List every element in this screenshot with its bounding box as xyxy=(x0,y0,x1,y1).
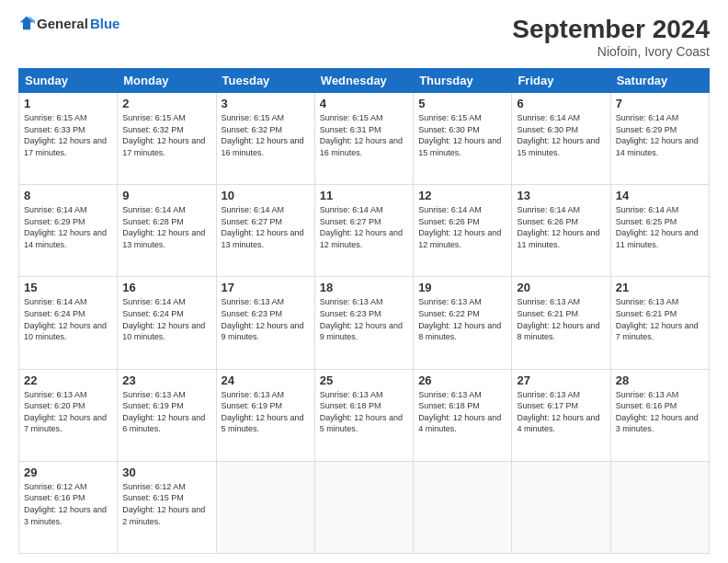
day-number: 2 xyxy=(122,97,210,110)
day-number: 30 xyxy=(122,465,210,479)
calendar-cell: 28 Sunrise: 6:13 AM Sunset: 6:16 PM Dayl… xyxy=(610,369,709,461)
calendar-week-2: 8 Sunrise: 6:14 AM Sunset: 6:29 PM Dayli… xyxy=(19,185,710,277)
day-info: Sunrise: 6:12 AM Sunset: 6:15 PM Dayligh… xyxy=(122,481,210,527)
day-number: 28 xyxy=(616,373,704,387)
col-monday: Monday xyxy=(118,69,216,93)
day-number: 15 xyxy=(24,281,112,294)
day-info: Sunrise: 6:15 AM Sunset: 6:33 PM Dayligh… xyxy=(24,112,112,158)
header-row: Sunday Monday Tuesday Wednesday Thursday… xyxy=(19,69,710,93)
day-number: 11 xyxy=(320,189,408,202)
calendar-cell: 19 Sunrise: 6:13 AM Sunset: 6:22 PM Dayl… xyxy=(414,277,512,369)
month-title: September 2024 xyxy=(512,15,710,44)
col-saturday: Saturday xyxy=(610,69,709,93)
day-info: Sunrise: 6:15 AM Sunset: 6:32 PM Dayligh… xyxy=(122,112,210,158)
location: Niofoin, Ivory Coast xyxy=(512,44,710,59)
calendar-cell: 22 Sunrise: 6:13 AM Sunset: 6:20 PM Dayl… xyxy=(19,369,118,461)
calendar-cell: 15 Sunrise: 6:14 AM Sunset: 6:24 PM Dayl… xyxy=(19,277,118,369)
calendar-cell: 18 Sunrise: 6:13 AM Sunset: 6:23 PM Dayl… xyxy=(314,277,413,369)
calendar-cell: 21 Sunrise: 6:13 AM Sunset: 6:21 PM Dayl… xyxy=(610,277,709,369)
calendar-cell xyxy=(216,461,314,553)
logo: GeneralBlue xyxy=(18,15,119,31)
calendar-cell: 10 Sunrise: 6:14 AM Sunset: 6:27 PM Dayl… xyxy=(216,185,314,277)
calendar-cell: 24 Sunrise: 6:13 AM Sunset: 6:19 PM Dayl… xyxy=(216,369,314,461)
day-info: Sunrise: 6:13 AM Sunset: 6:21 PM Dayligh… xyxy=(517,296,605,342)
day-number: 9 xyxy=(122,189,210,202)
day-info: Sunrise: 6:14 AM Sunset: 6:26 PM Dayligh… xyxy=(418,204,506,250)
calendar-cell: 25 Sunrise: 6:13 AM Sunset: 6:18 PM Dayl… xyxy=(314,369,413,461)
calendar-cell xyxy=(314,461,413,553)
page: GeneralBlue September 2024 Niofoin, Ivor… xyxy=(0,0,728,563)
calendar-cell: 14 Sunrise: 6:14 AM Sunset: 6:25 PM Dayl… xyxy=(610,185,709,277)
col-friday: Friday xyxy=(512,69,610,93)
day-info: Sunrise: 6:14 AM Sunset: 6:25 PM Dayligh… xyxy=(616,204,704,250)
logo-blue: Blue xyxy=(90,16,120,31)
day-number: 19 xyxy=(418,281,506,294)
calendar-cell: 23 Sunrise: 6:13 AM Sunset: 6:19 PM Dayl… xyxy=(118,369,216,461)
calendar-cell: 20 Sunrise: 6:13 AM Sunset: 6:21 PM Dayl… xyxy=(512,277,610,369)
col-sunday: Sunday xyxy=(19,69,118,93)
day-info: Sunrise: 6:13 AM Sunset: 6:22 PM Dayligh… xyxy=(418,296,506,342)
day-number: 12 xyxy=(418,189,506,202)
calendar-cell: 9 Sunrise: 6:14 AM Sunset: 6:28 PM Dayli… xyxy=(118,185,216,277)
day-number: 25 xyxy=(320,373,408,387)
calendar-cell: 16 Sunrise: 6:14 AM Sunset: 6:24 PM Dayl… xyxy=(118,277,216,369)
calendar-cell: 6 Sunrise: 6:14 AM Sunset: 6:30 PM Dayli… xyxy=(512,93,610,185)
day-number: 3 xyxy=(222,97,310,110)
col-thursday: Thursday xyxy=(414,69,512,93)
col-wednesday: Wednesday xyxy=(314,69,413,93)
day-number: 24 xyxy=(222,373,310,387)
day-info: Sunrise: 6:14 AM Sunset: 6:27 PM Dayligh… xyxy=(320,204,408,250)
calendar-cell: 30 Sunrise: 6:12 AM Sunset: 6:15 PM Dayl… xyxy=(118,461,216,553)
calendar-week-5: 29 Sunrise: 6:12 AM Sunset: 6:16 PM Dayl… xyxy=(19,461,710,553)
day-info: Sunrise: 6:15 AM Sunset: 6:30 PM Dayligh… xyxy=(418,112,506,158)
day-number: 4 xyxy=(320,97,408,110)
calendar-cell: 1 Sunrise: 6:15 AM Sunset: 6:33 PM Dayli… xyxy=(19,93,118,185)
calendar-cell: 11 Sunrise: 6:14 AM Sunset: 6:27 PM Dayl… xyxy=(314,185,413,277)
calendar-cell: 3 Sunrise: 6:15 AM Sunset: 6:32 PM Dayli… xyxy=(216,93,314,185)
calendar-cell: 2 Sunrise: 6:15 AM Sunset: 6:32 PM Dayli… xyxy=(118,93,216,185)
day-info: Sunrise: 6:15 AM Sunset: 6:32 PM Dayligh… xyxy=(222,112,310,158)
calendar-cell: 4 Sunrise: 6:15 AM Sunset: 6:31 PM Dayli… xyxy=(314,93,413,185)
day-info: Sunrise: 6:13 AM Sunset: 6:23 PM Dayligh… xyxy=(222,296,310,342)
day-info: Sunrise: 6:14 AM Sunset: 6:28 PM Dayligh… xyxy=(122,204,210,250)
day-info: Sunrise: 6:14 AM Sunset: 6:24 PM Dayligh… xyxy=(24,296,112,342)
day-info: Sunrise: 6:14 AM Sunset: 6:26 PM Dayligh… xyxy=(517,204,605,250)
day-number: 8 xyxy=(24,189,112,202)
day-info: Sunrise: 6:13 AM Sunset: 6:18 PM Dayligh… xyxy=(320,389,408,435)
day-info: Sunrise: 6:14 AM Sunset: 6:29 PM Dayligh… xyxy=(616,112,704,158)
day-number: 14 xyxy=(616,189,704,202)
day-info: Sunrise: 6:14 AM Sunset: 6:27 PM Dayligh… xyxy=(222,204,310,250)
day-number: 27 xyxy=(517,373,605,387)
day-info: Sunrise: 6:12 AM Sunset: 6:16 PM Dayligh… xyxy=(24,481,112,527)
day-info: Sunrise: 6:13 AM Sunset: 6:21 PM Dayligh… xyxy=(616,296,704,342)
calendar-cell: 8 Sunrise: 6:14 AM Sunset: 6:29 PM Dayli… xyxy=(19,185,118,277)
day-info: Sunrise: 6:13 AM Sunset: 6:18 PM Dayligh… xyxy=(418,389,506,435)
day-info: Sunrise: 6:13 AM Sunset: 6:16 PM Dayligh… xyxy=(616,389,704,435)
day-info: Sunrise: 6:13 AM Sunset: 6:19 PM Dayligh… xyxy=(122,389,210,435)
day-number: 5 xyxy=(418,97,506,110)
calendar-cell xyxy=(610,461,709,553)
calendar-cell: 5 Sunrise: 6:15 AM Sunset: 6:30 PM Dayli… xyxy=(414,93,512,185)
col-tuesday: Tuesday xyxy=(216,69,314,93)
day-info: Sunrise: 6:13 AM Sunset: 6:17 PM Dayligh… xyxy=(517,389,605,435)
day-info: Sunrise: 6:14 AM Sunset: 6:30 PM Dayligh… xyxy=(517,112,605,158)
day-number: 26 xyxy=(418,373,506,387)
day-number: 20 xyxy=(517,281,605,294)
day-number: 17 xyxy=(222,281,310,294)
calendar-cell: 27 Sunrise: 6:13 AM Sunset: 6:17 PM Dayl… xyxy=(512,369,610,461)
day-number: 7 xyxy=(616,97,704,110)
day-number: 23 xyxy=(122,373,210,387)
day-info: Sunrise: 6:15 AM Sunset: 6:31 PM Dayligh… xyxy=(320,112,408,158)
calendar-cell: 26 Sunrise: 6:13 AM Sunset: 6:18 PM Dayl… xyxy=(414,369,512,461)
calendar-cell: 29 Sunrise: 6:12 AM Sunset: 6:16 PM Dayl… xyxy=(19,461,118,553)
day-number: 18 xyxy=(320,281,408,294)
title-area: September 2024 Niofoin, Ivory Coast xyxy=(512,15,710,59)
day-number: 29 xyxy=(24,465,112,479)
day-info: Sunrise: 6:13 AM Sunset: 6:20 PM Dayligh… xyxy=(24,389,112,435)
calendar-cell: 12 Sunrise: 6:14 AM Sunset: 6:26 PM Dayl… xyxy=(414,185,512,277)
header: GeneralBlue September 2024 Niofoin, Ivor… xyxy=(18,15,710,59)
day-number: 10 xyxy=(222,189,310,202)
calendar-cell: 7 Sunrise: 6:14 AM Sunset: 6:29 PM Dayli… xyxy=(610,93,709,185)
calendar-cell xyxy=(512,461,610,553)
calendar-cell: 13 Sunrise: 6:14 AM Sunset: 6:26 PM Dayl… xyxy=(512,185,610,277)
